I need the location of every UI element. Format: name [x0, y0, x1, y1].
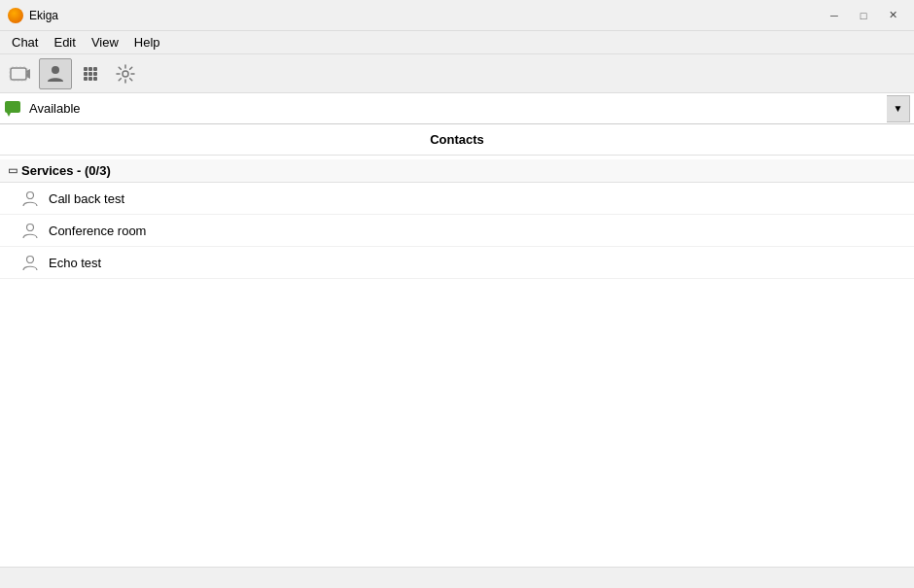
svg-rect-2 [10, 67, 27, 81]
services-group-header[interactable]: ▭ Services - (0/3) [0, 159, 914, 183]
status-input[interactable] [29, 101, 887, 116]
menu-help[interactable]: Help [126, 33, 168, 52]
bottom-status-bar [0, 567, 914, 588]
status-bar: ▼ [0, 93, 914, 124]
menu-edit[interactable]: Edit [46, 33, 83, 52]
contact-item-callbacktest[interactable]: Call back test [0, 183, 914, 215]
svg-point-9 [27, 257, 34, 263]
main-content: Contacts ▭ Services - (0/3) Call back te… [0, 124, 914, 567]
window-title: Ekiga [29, 9, 821, 22]
contact-name-callbacktest: Call back test [49, 191, 124, 206]
status-chat-icon [4, 99, 23, 119]
svg-rect-0 [11, 68, 26, 80]
contact-item-echotest[interactable]: Echo test [0, 247, 914, 279]
chevron-down-icon: ▼ [894, 103, 903, 114]
app-icon [8, 8, 23, 23]
window-controls: ─ □ ✕ [821, 5, 906, 26]
person-icon [20, 253, 40, 272]
toolbar [0, 54, 914, 93]
person-icon [20, 189, 40, 208]
person-icon [45, 63, 66, 85]
camera-icon [9, 62, 32, 86]
contact-item-conferenceroom[interactable]: Conference room [0, 215, 914, 247]
menu-bar: Chat Edit View Help [0, 31, 914, 54]
svg-rect-5 [5, 101, 20, 113]
svg-marker-6 [7, 113, 11, 117]
settings-button[interactable] [109, 58, 142, 89]
contacts-header: Contacts [0, 124, 914, 156]
grid-icon [84, 67, 97, 81]
close-button[interactable]: ✕ [879, 5, 906, 26]
contact-name-conferenceroom: Conference room [49, 224, 146, 238]
contact-name-echotest: Echo test [49, 256, 101, 270]
menu-view[interactable]: View [84, 33, 126, 52]
services-group: ▭ Services - (0/3) Call back test Confer… [0, 156, 914, 283]
svg-point-4 [123, 71, 128, 77]
svg-point-3 [52, 66, 59, 74]
dialpad-button[interactable] [74, 58, 107, 89]
title-bar: Ekiga ─ □ ✕ [0, 0, 914, 31]
services-group-label: Services - (0/3) [21, 163, 111, 178]
svg-point-7 [27, 192, 34, 199]
camera-button[interactable] [4, 58, 37, 89]
minimize-button[interactable]: ─ [821, 5, 848, 26]
contact-avatar-callbacktest [19, 188, 41, 209]
menu-chat[interactable]: Chat [4, 33, 46, 52]
svg-point-8 [27, 225, 34, 231]
person-icon [20, 221, 40, 240]
contact-avatar-echotest [19, 252, 41, 273]
contact-avatar-conferenceroom [19, 220, 41, 241]
gear-icon [115, 63, 136, 85]
status-dropdown-button[interactable]: ▼ [887, 95, 910, 122]
collapse-icon: ▭ [8, 164, 18, 177]
maximize-button[interactable]: □ [850, 5, 877, 26]
contact-button[interactable] [39, 58, 72, 89]
